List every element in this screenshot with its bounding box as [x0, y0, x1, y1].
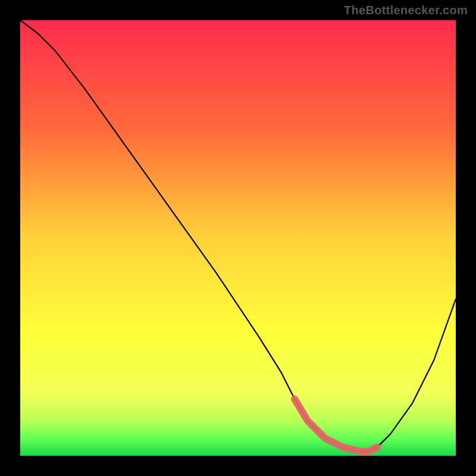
watermark-text: TheBottlenecker.com	[344, 4, 468, 17]
chart-container: TheBottlenecker.com	[0, 0, 476, 476]
plot-area	[20, 20, 456, 456]
svg-rect-0	[20, 20, 456, 456]
chart-svg	[20, 20, 456, 456]
